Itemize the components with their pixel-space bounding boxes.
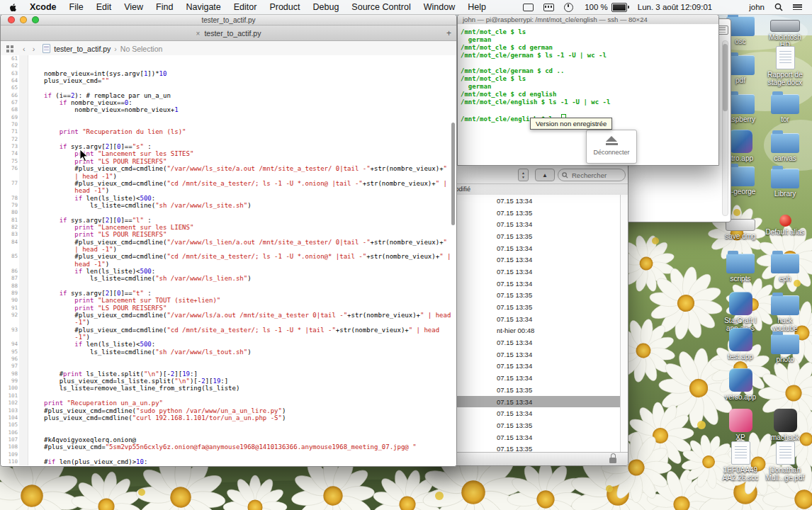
code-line[interactable]: 65 [1, 84, 456, 91]
related-items-icon[interactable] [6, 45, 13, 52]
breadcrumb-selection[interactable]: No Selection [120, 45, 163, 53]
code-line[interactable]: 102print "Recuperation un_a_un.py" [1, 400, 456, 407]
menubar-clock[interactable]: Lun. 3 août 12:09:01 [638, 3, 713, 11]
desktop-icon-xp[interactable]: XP [718, 408, 762, 441]
background-window-scrollbar[interactable] [722, 40, 728, 216]
code-line[interactable]: 74 print "Lancement sur les SITES" [1, 150, 456, 157]
code-line[interactable]: 86 if len(ls_liste)<500: [1, 268, 456, 275]
desktop-icon-starcraft-i-app-alias[interactable]: StarCraft I app alias [718, 291, 762, 332]
code-line[interactable]: 73 if sys.argv[2][0]=="s" : [1, 143, 456, 150]
code-line[interactable]: 91 print "LS POUR REISERFS" [1, 305, 456, 312]
search-input[interactable] [570, 171, 623, 180]
desktop-icon-1ef0aa49-aa2-26-scc[interactable]: 1EF0AA49 AA2.26.scc [718, 439, 762, 482]
code-line[interactable]: 85 #plus_vieux_cmd=cmdline("cd /mnt/site… [1, 253, 456, 268]
menu-item-source-control[interactable]: Source Control [345, 2, 417, 12]
code-line[interactable]: 84 #plus_vieux_cmd=cmdline("/var/www/ls_… [1, 239, 456, 254]
code-line[interactable]: 72 [1, 136, 456, 143]
notification-center-menu-extra[interactable] [793, 4, 802, 11]
parent-folder-button[interactable]: ▲ [535, 169, 555, 181]
code-line[interactable]: 104plus_vieux_cmd=cmdline("curl 192.168.… [1, 414, 456, 421]
code-line[interactable]: 95 ls_liste=cmdline("sh /var/www/ls_tout… [1, 348, 456, 356]
code-line[interactable]: 68 nombre_vieux=nombre_vieux+1 [1, 106, 456, 113]
file-list-scrollbar[interactable] [620, 195, 628, 453]
code-line[interactable]: 99 plus_vieux_cmd=ls_liste.split("\n")[-… [1, 378, 456, 385]
code-line[interactable]: 89 if sys.argv[2][0]=="t" : [1, 290, 456, 297]
editor-scrollbar[interactable] [451, 123, 455, 225]
code-line[interactable]: 88 [1, 283, 456, 290]
code-line[interactable]: 83 print "LS POUR REISERFS" [1, 231, 456, 238]
desktop-icon-canvas[interactable]: canvas [763, 129, 807, 162]
display-menu-extra[interactable] [523, 4, 534, 11]
keyboard-menu-extra[interactable] [543, 4, 554, 11]
code-line[interactable]: 71 print "Recuperation du lien (ls)" [1, 128, 456, 135]
desktop-icon-rapport-de-stage-docx[interactable]: Rapport de stage.docx [763, 44, 807, 86]
code-line[interactable]: 110#if len(plus_vieux_cmd)>10: [1, 458, 456, 465]
menu-item-xcode[interactable]: Xcode [23, 2, 63, 12]
menu-item-file[interactable]: File [63, 2, 90, 12]
list-view-icon[interactable] [718, 26, 728, 35]
back-button[interactable]: ‹ [23, 45, 26, 53]
code-line[interactable]: 93 #plus_vieux_cmd=cmdline("cd /mnt/site… [1, 327, 456, 341]
spotlight-menu-extra[interactable] [774, 3, 783, 11]
menu-item-debug[interactable]: Debug [307, 2, 346, 12]
tab-close-icon[interactable]: × [196, 30, 201, 38]
code-line[interactable]: 78 if len(ls_liste)<500: [1, 195, 456, 202]
code-line[interactable]: 81 if sys.argv[2][0]=="l" : [1, 217, 456, 224]
add-tab-button[interactable]: + [446, 28, 451, 38]
stepper-control[interactable]: ▲▼ [518, 169, 529, 181]
code-line[interactable]: 82 print "Lancement sur les LIENS" [1, 224, 456, 231]
menu-item-window[interactable]: Window [417, 2, 461, 12]
desktop-icon-library[interactable]: Library [763, 164, 807, 198]
code-line[interactable]: 101 [1, 392, 456, 400]
code-line[interactable]: 107#k4qvoigyoxeqlerq.onion@ [1, 436, 456, 443]
code-line[interactable]: 90 print "Lancement sur TOUT (site+lien)… [1, 297, 456, 304]
code-line[interactable]: 79 ls_liste=cmdline("sh /var/www/ls_site… [1, 202, 456, 209]
desktop-icon-eph[interactable]: eph [763, 249, 807, 283]
battery-percentage[interactable]: 100 % [585, 3, 608, 11]
menu-item-product[interactable]: Product [263, 2, 306, 12]
menu-item-view[interactable]: View [118, 2, 150, 12]
desktop-icon-scripts[interactable]: scripts [718, 249, 762, 283]
code-line[interactable]: 97 [1, 363, 456, 370]
code-line[interactable]: 77 #plus_vieux_cmd=cmdline("cd /mnt/site… [1, 180, 456, 195]
code-line[interactable]: 100 ls_liste=remove_last_line_from_strin… [1, 385, 456, 392]
code-editor[interactable]: 616263nombre_vieux=int(sys.argv[1])*1064… [1, 55, 456, 466]
code-line[interactable]: 64plus_vieux_cmd="" [1, 77, 456, 84]
desktop-icon-verso-app[interactable]: verso.app [718, 368, 762, 401]
xcode-title-bar[interactable]: tester_to_actif.py [1, 15, 456, 26]
code-line[interactable]: 66if (i==2): # remplace par un_a_un [1, 92, 456, 99]
code-line[interactable]: 92 #plus_vieux_cmd=cmdline("/var/www/ls/… [1, 312, 456, 327]
code-line[interactable]: 75 print "LS POUR REISERFS" [1, 158, 456, 165]
search-field[interactable] [558, 169, 626, 181]
terminal-title-bar[interactable]: john — pi@raspberrypi: /mnt/mot_cle/engl… [458, 15, 718, 25]
forward-button[interactable]: › [33, 45, 35, 53]
code-line[interactable]: 87 ls_liste=cmdline("sh /var/www/ls_lien… [1, 275, 456, 282]
desktop-icon-default-alias[interactable]: Default alias [763, 205, 807, 236]
code-line[interactable]: 63nombre_vieux=int(sys.argv[1])*10 [1, 70, 456, 77]
code-line[interactable]: 94 if len(ls_liste)<500: [1, 341, 456, 348]
code-line[interactable]: 103#plus_vieux_cmd=cmdline("sudo python … [1, 407, 456, 414]
time-machine-menu-extra[interactable] [564, 3, 573, 12]
code-line[interactable]: 61 [1, 55, 456, 62]
eject-icon[interactable] [587, 136, 636, 145]
code-line[interactable]: 76 #plus_vieux_cmd=cmdline("/var/www/ls_… [1, 165, 456, 180]
menu-item-editor[interactable]: Editor [227, 2, 264, 12]
desktop-icon-photo[interactable]: photo [763, 330, 807, 363]
desktop-icon-hack-youtube[interactable]: hack youtube [763, 291, 807, 332]
code-line[interactable]: 98 #print ls_liste.split("\n")[-2][19:] [1, 370, 456, 378]
desktop-icon-tor[interactable]: tor [763, 90, 807, 123]
code-line[interactable]: 96 [1, 356, 456, 363]
user-menu[interactable]: john [749, 3, 765, 11]
scrollbar-thumb[interactable] [723, 44, 728, 111]
battery-menu-extra[interactable] [611, 3, 629, 12]
breadcrumb-file[interactable]: tester_to_actif.py [54, 45, 111, 53]
code-line[interactable]: 69 [1, 114, 456, 121]
code-line[interactable]: 105 [1, 421, 456, 429]
code-line[interactable]: 70 [1, 121, 456, 128]
desktop-icon-test-app[interactable]: test.app [718, 327, 762, 361]
code-line[interactable]: 80 [1, 209, 456, 216]
apple-menu[interactable] [0, 3, 23, 12]
code-line[interactable]: 62 [1, 62, 456, 69]
menu-item-find[interactable]: Find [150, 2, 179, 12]
desktop-icon-machack[interactable]: machack [763, 408, 807, 441]
